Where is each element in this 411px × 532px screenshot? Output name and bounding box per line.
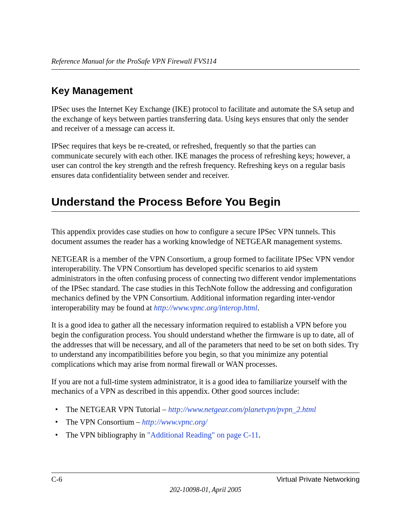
- paragraph: IPSec requires that keys be re-created, …: [51, 141, 360, 181]
- running-header: Reference Manual for the ProSafe VPN Fir…: [51, 57, 360, 70]
- heading-understand-process: Understand the Process Before You Begin: [51, 195, 360, 212]
- text-run: .: [257, 304, 259, 312]
- footer-section-title: Virtual Private Networking: [277, 475, 360, 484]
- text-run: .: [258, 431, 260, 439]
- page-footer: C-6 Virtual Private Networking 202-10098…: [51, 473, 360, 494]
- footer-divider: [51, 473, 360, 473]
- link-netgear-tutorial[interactable]: http://www.netgear.com/planetvpn/pvpn_2.…: [168, 405, 316, 414]
- xref-additional-reading[interactable]: "Additional Reading" on page C-11: [147, 431, 259, 439]
- footer-docinfo: 202-10098-01, April 2005: [51, 486, 360, 494]
- link-vpnc[interactable]: http://www.vpnc.org/: [142, 418, 207, 426]
- paragraph: If you are not a full-time system admini…: [51, 377, 360, 396]
- text-run: The VPN Consortium –: [66, 418, 142, 426]
- list-item: The NETGEAR VPN Tutorial – http://www.ne…: [51, 404, 360, 415]
- page-number: C-6: [51, 475, 62, 484]
- paragraph: IPSec uses the Internet Key Exchange (IK…: [51, 104, 360, 134]
- text-run: The NETGEAR VPN Tutorial –: [66, 405, 168, 414]
- list-item: The VPN bibliography in "Additional Read…: [51, 430, 360, 441]
- list-item: The VPN Consortium – http://www.vpnc.org…: [51, 417, 360, 428]
- paragraph: NETGEAR is a member of the VPN Consortiu…: [51, 254, 360, 313]
- heading-key-management: Key Management: [51, 85, 360, 97]
- document-page: Reference Manual for the ProSafe VPN Fir…: [0, 0, 411, 532]
- link-vpnc-interop[interactable]: http://www.vpnc.org/interop.html: [154, 304, 257, 312]
- bullet-list: The NETGEAR VPN Tutorial – http://www.ne…: [51, 404, 360, 441]
- paragraph: This appendix provides case studies on h…: [51, 227, 360, 246]
- text-run: The VPN bibliography in: [66, 431, 147, 439]
- paragraph: It is a good idea to gather all the nece…: [51, 320, 360, 369]
